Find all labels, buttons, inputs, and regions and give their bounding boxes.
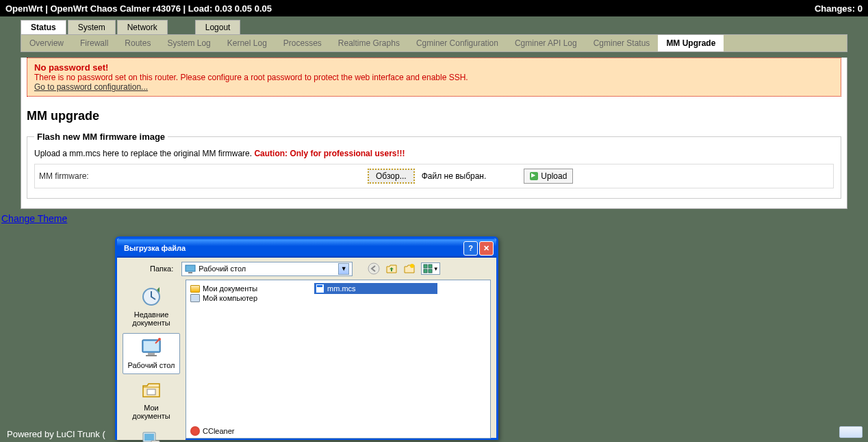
file-ccleaner[interactable]: CCleaner — [189, 426, 235, 437]
folder-icon — [190, 285, 200, 293]
tab-status[interactable]: Status — [21, 20, 66, 34]
svg-point-13 — [158, 338, 161, 341]
sub-tabs: Overview Firewall Routes System Log Kern… — [21, 34, 847, 52]
file-mm-mcs[interactable]: mm.mcs — [314, 283, 437, 294]
upload-text: Upload a mm.mcs here to replace the orig… — [34, 149, 254, 158]
sidebar-desktop-label: Рабочий стол — [125, 361, 178, 369]
subtab-firewall[interactable]: Firewall — [72, 35, 116, 51]
subtab-processes[interactable]: Processes — [275, 35, 330, 51]
file-my-computer[interactable]: Мой компьютер — [189, 293, 312, 303]
sidebar-mydocs-label: Мои документы — [125, 404, 178, 420]
svg-rect-11 — [148, 353, 155, 355]
tab-logout[interactable]: Logout — [195, 20, 241, 34]
dialog-title: Выгрузка файла — [124, 244, 186, 252]
browse-button[interactable]: Обзор... — [368, 169, 415, 184]
sidebar-recent-label: Недавние документы — [125, 310, 178, 327]
dialog-titlebar[interactable]: Выгрузка файла ? ✕ — [117, 238, 496, 258]
computer-icon — [190, 294, 200, 302]
svg-rect-14 — [147, 389, 155, 395]
changes-count[interactable]: Changes: 0 — [815, 3, 863, 14]
dialog-body: Недавние документы Рабочий стол Мои доку… — [117, 280, 496, 440]
folder-select[interactable]: Рабочий стол ▼ — [181, 262, 353, 276]
warning-text: There is no password set on this router.… — [34, 73, 834, 82]
dropdown-arrow-icon[interactable]: ▼ — [338, 263, 349, 275]
views-button[interactable]: ▼ — [421, 262, 440, 275]
sidebar-desktop[interactable]: Рабочий стол — [123, 333, 180, 374]
file-mydocs-label: Мои документы — [203, 284, 257, 293]
dialog-help-button[interactable]: ? — [463, 241, 478, 256]
flash-fieldset: Flash new MM firmware image Upload a mm.… — [27, 132, 841, 199]
warning-title: No password set! — [34, 62, 834, 73]
svg-rect-0 — [186, 265, 195, 271]
file-my-documents[interactable]: Мои документы — [189, 283, 312, 293]
subtab-cgminer-status[interactable]: Cgminer Status — [585, 35, 659, 51]
file-mycomp-label: Мой компьютер — [203, 294, 257, 302]
change-theme-link[interactable]: Change Theme — [0, 209, 68, 228]
dialog-sidebar: Недавние документы Рабочий стол Мои доку… — [117, 280, 186, 440]
dialog-title-buttons: ? ✕ — [463, 241, 494, 256]
sidebar-recent-documents[interactable]: Недавние документы — [123, 282, 180, 332]
main-tabs: Status System Network Logout — [0, 20, 868, 34]
ccleaner-icon — [190, 426, 200, 436]
dialog-close-button[interactable]: ✕ — [479, 241, 494, 256]
no-password-warning: No password set! There is no password se… — [27, 58, 841, 97]
svg-rect-4 — [424, 265, 427, 268]
tab-network[interactable]: Network — [117, 20, 168, 34]
upload-button-label: Upload — [541, 171, 567, 181]
file-upload-dialog: Выгрузка файла ? ✕ Папка: Рабочий стол ▼… — [115, 236, 498, 440]
firmware-form-row: MM firmware: Обзор... Файл не выбран. Up… — [34, 164, 834, 188]
page-title: MM upgrade — [21, 102, 847, 132]
up-folder-button[interactable] — [385, 262, 398, 275]
file-icon — [316, 284, 324, 293]
back-button[interactable] — [368, 262, 380, 275]
toolbar-icons: ▼ — [368, 262, 440, 275]
desktop-icon — [185, 263, 196, 274]
folder-label: Папка: — [150, 265, 173, 273]
scroll-indicator[interactable] — [839, 426, 863, 438]
my-documents-icon — [140, 379, 162, 401]
sidebar-my-documents[interactable]: Мои документы — [123, 376, 180, 425]
new-folder-button[interactable] — [403, 262, 416, 275]
hostname-load: OpenWrt | OpenWrt Chaos Calmer r43076 | … — [5, 3, 272, 14]
svg-rect-12 — [146, 355, 157, 356]
subtab-cgminer-api-log[interactable]: Cgminer API Log — [507, 35, 585, 51]
top-bar: OpenWrt | OpenWrt Chaos Calmer r43076 | … — [0, 0, 868, 16]
subtab-overview[interactable]: Overview — [21, 35, 72, 51]
subtab-cgminer-config[interactable]: Cgminer Configuration — [408, 35, 507, 51]
file-status: Файл не выбран. — [422, 171, 487, 181]
caution-text: Caution: Only for professional users!!! — [254, 149, 405, 158]
file-ccleaner-label: CCleaner — [203, 427, 234, 435]
upload-button[interactable]: Upload — [524, 169, 573, 184]
subtab-system-log[interactable]: System Log — [159, 35, 218, 51]
folder-select-value: Рабочий стол — [199, 265, 246, 273]
content-area: No password set! There is no password se… — [21, 58, 847, 209]
subtab-mm-upgrade[interactable]: MM Upgrade — [658, 35, 724, 51]
upload-icon — [530, 172, 538, 180]
svg-point-3 — [410, 264, 414, 268]
subtab-realtime-graphs[interactable]: Realtime Graphs — [330, 35, 408, 51]
footer: Powered by LuCI Trunk ( — [0, 426, 112, 442]
upload-instructions: Upload a mm.mcs here to replace the orig… — [34, 149, 834, 158]
svg-rect-16 — [144, 434, 154, 441]
desktop-large-icon — [140, 336, 162, 358]
recent-documents-icon — [140, 286, 162, 308]
svg-rect-1 — [188, 272, 192, 273]
svg-rect-7 — [429, 269, 432, 273]
tab-system[interactable]: System — [68, 20, 116, 34]
my-computer-icon — [140, 430, 162, 442]
firmware-label: MM firmware: — [39, 171, 368, 181]
file-mmmcs-label: mm.mcs — [327, 284, 356, 293]
svg-point-2 — [368, 263, 379, 274]
svg-rect-6 — [424, 269, 427, 273]
file-list-area[interactable]: Мои документы Мой компьютер mm.mcs CClea… — [186, 280, 491, 439]
sidebar-my-computer[interactable] — [123, 426, 180, 442]
subtab-routes[interactable]: Routes — [116, 35, 159, 51]
fieldset-legend: Flash new MM firmware image — [34, 132, 168, 142]
svg-rect-5 — [429, 265, 432, 268]
password-config-link[interactable]: Go to password configuration... — [34, 82, 148, 92]
dialog-toolbar: Папка: Рабочий стол ▼ ▼ — [117, 258, 496, 280]
subtab-kernel-log[interactable]: Kernel Log — [219, 35, 275, 51]
